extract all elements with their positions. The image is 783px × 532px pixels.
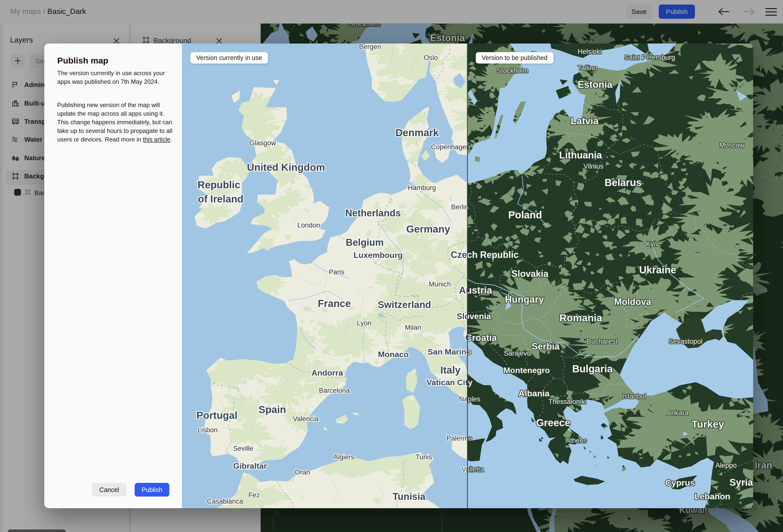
svg-text:San Marino: San Marino [428, 347, 471, 356]
svg-text:Cyprus: Cyprus [665, 478, 695, 488]
svg-text:Munich: Munich [429, 280, 451, 288]
svg-text:Casablanca: Casablanca [207, 498, 244, 505]
svg-text:Serbia: Serbia [532, 341, 560, 351]
svg-text:Kyiv: Kyiv [646, 240, 659, 248]
svg-text:Algiers: Algiers [334, 453, 354, 461]
svg-text:Copenhagen: Copenhagen [431, 143, 470, 151]
svg-text:Bergen: Bergen [359, 43, 381, 51]
svg-text:Hungary: Hungary [505, 294, 544, 305]
svg-text:Luxembourg: Luxembourg [353, 251, 403, 260]
svg-text:Turkey: Turkey [692, 418, 724, 430]
svg-text:Germany: Germany [406, 223, 450, 234]
svg-text:Gibraltar: Gibraltar [233, 461, 267, 470]
svg-text:Republic: Republic [198, 179, 241, 190]
svg-text:Glasgow: Glasgow [249, 139, 276, 147]
svg-text:Montenegro: Montenegro [503, 366, 550, 375]
svg-text:Poland: Poland [508, 209, 542, 220]
svg-text:Denmark: Denmark [395, 127, 439, 138]
svg-text:Athens: Athens [566, 437, 587, 444]
svg-text:Belgium: Belgium [346, 237, 384, 248]
svg-text:Lisbon: Lisbon [197, 426, 218, 434]
svg-text:Netherlands: Netherlands [345, 208, 401, 218]
svg-text:Paris: Paris [329, 268, 344, 276]
svg-text:of Ireland: of Ireland [198, 193, 244, 205]
svg-text:Croatia: Croatia [465, 333, 497, 343]
svg-text:Estonia: Estonia [577, 79, 613, 90]
svg-text:Moldova: Moldova [614, 296, 651, 307]
svg-text:Stockholm: Stockholm [497, 67, 528, 74]
svg-text:Switzerland: Switzerland [378, 300, 431, 310]
svg-text:Barcelona: Barcelona [319, 387, 350, 394]
svg-text:Slovakia: Slovakia [511, 269, 549, 279]
svg-text:Milan: Milan [405, 324, 421, 331]
svg-text:Hamburg: Hamburg [408, 184, 436, 192]
svg-text:Fez: Fez [248, 491, 260, 499]
svg-text:Istanbul: Istanbul [622, 393, 646, 400]
svg-text:Belarus: Belarus [604, 177, 642, 188]
svg-text:Saint Petersburg: Saint Petersburg [624, 54, 675, 61]
svg-text:United Kingdom: United Kingdom [247, 162, 325, 173]
svg-text:Berlin: Berlin [451, 203, 468, 211]
svg-text:Italy: Italy [440, 365, 461, 376]
svg-text:Portugal: Portugal [196, 410, 238, 421]
svg-text:Tunisia: Tunisia [393, 491, 426, 502]
svg-text:Ukraine: Ukraine [639, 264, 677, 275]
svg-text:Lithuania: Lithuania [559, 150, 602, 160]
svg-text:Sarajevo: Sarajevo [504, 349, 531, 357]
svg-text:Tunis: Tunis [415, 453, 432, 461]
svg-text:Albania: Albania [519, 388, 550, 398]
svg-text:Vilnius: Vilnius [583, 162, 603, 170]
svg-text:Bulgaria: Bulgaria [572, 363, 613, 374]
svg-text:Spain: Spain [259, 404, 286, 415]
svg-text:France: France [318, 298, 351, 309]
svg-text:Valencia: Valencia [293, 415, 319, 423]
svg-text:Greece: Greece [536, 417, 570, 428]
svg-text:Latvia: Latvia [571, 116, 599, 126]
svg-text:Sevastopol: Sevastopol [668, 338, 702, 345]
svg-text:Syria: Syria [730, 477, 753, 488]
svg-text:Oslo: Oslo [424, 54, 438, 62]
svg-text:Andorra: Andorra [312, 368, 343, 377]
svg-text:Thessaloniki: Thessaloniki [549, 398, 586, 405]
svg-text:Lyon: Lyon [357, 319, 372, 327]
svg-text:Bucharest: Bucharest [587, 338, 618, 345]
svg-text:Tallinn: Tallinn [578, 64, 597, 72]
svg-text:Monaco: Monaco [378, 350, 409, 359]
svg-text:Ankara: Ankara [666, 409, 689, 416]
svg-text:Lebanon: Lebanon [694, 492, 730, 501]
svg-text:Moscow: Moscow [719, 142, 745, 149]
svg-text:Vatican City: Vatican City [427, 378, 472, 387]
svg-text:Helsinki: Helsinki [578, 48, 602, 56]
svg-text:Seville: Seville [233, 445, 253, 452]
svg-text:Romania: Romania [560, 312, 602, 323]
svg-text:London: London [297, 221, 320, 229]
svg-text:Oran: Oran [295, 468, 310, 476]
svg-text:Aleppo: Aleppo [715, 462, 737, 469]
